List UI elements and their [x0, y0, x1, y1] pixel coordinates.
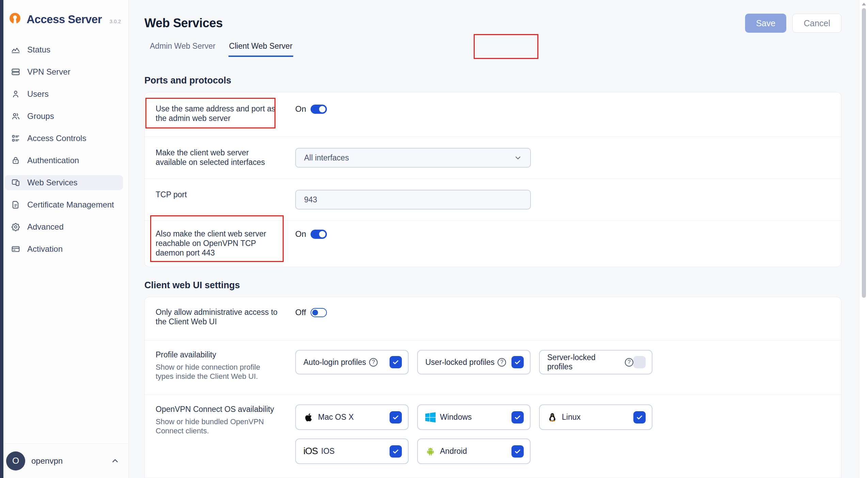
chevron-up-icon: [111, 457, 120, 465]
linux-tux-icon: [547, 412, 557, 422]
sidebar-item-certificate-management[interactable]: Certificate Management: [5, 197, 123, 212]
sidebar-item-label: Users: [27, 89, 49, 99]
sidebar-item-label: Authentication: [27, 156, 79, 165]
user-menu[interactable]: O openvpn: [3, 443, 128, 478]
save-button[interactable]: Save: [745, 14, 786, 33]
file-icon: [11, 200, 20, 210]
toggle-state-label: Off: [295, 308, 306, 317]
setting-row-same-address: Use the same address and port as the adm…: [145, 92, 841, 137]
setting-label: Only allow administrative access to the …: [156, 307, 295, 326]
chart-line-icon: [11, 45, 20, 55]
setting-row-admin-only: Only allow administrative access to the …: [145, 297, 841, 340]
option-label: Windows: [440, 413, 472, 422]
credit-card-icon: [11, 244, 20, 254]
app-name: Access Server: [27, 13, 102, 26]
sidebar-item-label: Certificate Management: [27, 200, 114, 210]
setting-row-tcp-port: TCP port: [145, 179, 841, 221]
user-icon: [11, 89, 20, 99]
checkbox-checked-icon[interactable]: [511, 445, 524, 458]
option-label: IOS: [321, 447, 335, 456]
setting-description: Show or hide connection profile types in…: [156, 363, 278, 381]
section-heading-ports: Ports and protocols: [144, 75, 841, 86]
option-label: Linux: [562, 413, 581, 422]
checkbox-checked-icon[interactable]: [511, 411, 524, 423]
cancel-button[interactable]: Cancel: [792, 14, 841, 33]
app-version: 3.0.2: [110, 18, 121, 24]
chevron-down-icon: [514, 154, 522, 162]
setting-row-daemon-443: Also make the client web server reachabl…: [145, 221, 841, 267]
scrollbar-up-arrow-icon[interactable]: [862, 3, 866, 5]
sidebar-item-label: Access Controls: [27, 134, 86, 143]
setting-label: OpenVPN Connect OS availability: [156, 404, 278, 414]
sidebar-item-web-services[interactable]: Web Services: [5, 175, 123, 190]
os-option-ios[interactable]: iOS IOS: [295, 438, 409, 464]
checkbox-checked-icon[interactable]: [390, 356, 402, 368]
help-icon[interactable]: ?: [369, 358, 378, 367]
checkbox-checked-icon[interactable]: [633, 411, 646, 423]
option-server-locked-profiles[interactable]: Server-locked profiles ?: [539, 350, 652, 374]
android-icon: [425, 446, 436, 457]
os-option-mac-os-x[interactable]: Mac OS X: [295, 404, 409, 430]
os-option-windows[interactable]: Windows: [417, 404, 531, 430]
app-logo: Access Server 3.0.2: [8, 12, 121, 27]
lock-icon: [11, 156, 20, 165]
ios-wordmark-icon: iOS: [303, 446, 318, 457]
interfaces-select[interactable]: All interfaces: [295, 148, 531, 168]
sidebar-item-label: Advanced: [27, 222, 64, 232]
option-auto-login-profiles[interactable]: Auto-login profiles ?: [295, 350, 409, 374]
setting-label: TCP port: [156, 190, 295, 199]
server-icon: [11, 67, 20, 77]
gear-icon: [11, 222, 20, 232]
user-name: openvpn: [31, 456, 63, 466]
tab-client-web-server[interactable]: Client Web Server: [228, 42, 293, 57]
toggle-state-label: On: [295, 229, 306, 239]
sidebar-item-advanced[interactable]: Advanced: [5, 219, 123, 234]
option-label: Auto-login profiles: [303, 358, 366, 367]
sidebar-item-label: Activation: [27, 244, 63, 254]
setting-row-profile-availability: Profile availability Show or hide connec…: [145, 340, 841, 395]
setting-label: Make the client web server available on …: [156, 148, 295, 167]
window-edge-strip: [0, 0, 3, 478]
web-services-icon: [11, 178, 20, 187]
sidebar-item-authentication[interactable]: Authentication: [5, 153, 123, 168]
help-icon[interactable]: ?: [498, 358, 506, 367]
users-icon: [11, 111, 20, 121]
option-label: Server-locked profiles: [547, 353, 622, 371]
avatar: O: [6, 451, 25, 471]
setting-label: Also make the client web server reachabl…: [156, 229, 295, 258]
setting-row-os-availability: OpenVPN Connect OS availability Show or …: [145, 395, 841, 478]
sidebar-item-label: VPN Server: [27, 67, 70, 77]
page-scrollbar[interactable]: [859, 0, 868, 478]
help-icon[interactable]: ?: [625, 358, 633, 367]
interfaces-select-value: All interfaces: [304, 153, 349, 163]
scrollbar-thumb[interactable]: [862, 8, 866, 298]
sidebar-item-activation[interactable]: Activation: [5, 242, 123, 257]
setting-description: Show or hide bundled OpenVPN Connect cli…: [156, 417, 278, 435]
windows-icon: [425, 412, 436, 422]
openvpn-logo-icon: [8, 12, 22, 27]
os-option-linux[interactable]: Linux: [539, 404, 652, 430]
sidebar-item-access-controls[interactable]: Access Controls: [5, 131, 123, 146]
setting-label: Use the same address and port as the adm…: [156, 104, 295, 123]
checkbox-checked-icon[interactable]: [511, 356, 524, 368]
checkbox-checked-icon[interactable]: [390, 445, 402, 458]
checkbox-unchecked-icon[interactable]: [633, 356, 646, 368]
sidebar-item-vpn-server[interactable]: VPN Server: [5, 64, 123, 79]
tcp-port-input[interactable]: [295, 190, 531, 210]
ports-card: Use the same address and port as the adm…: [144, 92, 841, 267]
same-address-toggle[interactable]: [311, 105, 327, 114]
tab-admin-web-server[interactable]: Admin Web Server: [149, 42, 216, 57]
sidebar-item-users[interactable]: Users: [5, 87, 123, 102]
option-label: Mac OS X: [318, 413, 354, 422]
sidebar-item-label: Status: [27, 45, 50, 55]
setting-label: Profile availability: [156, 350, 278, 359]
daemon-443-toggle[interactable]: [311, 230, 327, 239]
sidebar-item-status[interactable]: Status: [5, 42, 123, 57]
sidebar-item-groups[interactable]: Groups: [5, 109, 123, 124]
sidebar-item-label: Groups: [27, 111, 54, 121]
page-title: Web Services: [144, 16, 223, 30]
checkbox-checked-icon[interactable]: [390, 411, 402, 423]
os-option-android[interactable]: Android: [417, 438, 531, 464]
option-user-locked-profiles[interactable]: User-locked profiles ?: [417, 350, 531, 374]
admin-only-toggle[interactable]: [311, 308, 327, 317]
